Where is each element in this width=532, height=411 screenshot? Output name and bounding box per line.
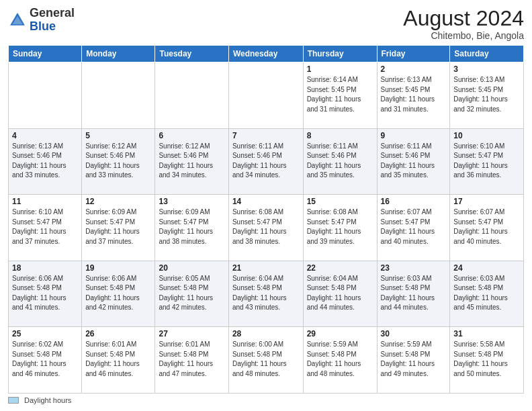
- day-info: Sunrise: 6:00 AM Sunset: 5:48 PM Dayligh…: [232, 340, 300, 379]
- table-cell: 15Sunrise: 6:08 AM Sunset: 5:47 PM Dayli…: [303, 195, 377, 261]
- table-cell: 16Sunrise: 6:07 AM Sunset: 5:47 PM Dayli…: [377, 195, 450, 261]
- month-year: August 2024: [403, 7, 524, 30]
- week-row-1: 4Sunrise: 6:13 AM Sunset: 5:46 PM Daylig…: [9, 128, 524, 195]
- table-cell: 19Sunrise: 6:06 AM Sunset: 5:48 PM Dayli…: [82, 261, 155, 327]
- day-number: 27: [159, 329, 224, 338]
- day-number: 5: [85, 131, 151, 140]
- day-info: Sunrise: 6:09 AM Sunset: 5:47 PM Dayligh…: [159, 208, 224, 246]
- day-number: 15: [307, 197, 373, 206]
- logo: General Blue: [8, 7, 75, 34]
- day-number: 16: [381, 197, 447, 206]
- day-number: 23: [381, 263, 447, 273]
- table-cell: 20Sunrise: 6:05 AM Sunset: 5:48 PM Dayli…: [155, 261, 228, 327]
- day-info: Sunrise: 6:12 AM Sunset: 5:46 PM Dayligh…: [85, 142, 151, 181]
- day-info: Sunrise: 5:59 AM Sunset: 5:48 PM Dayligh…: [307, 340, 373, 379]
- table-cell: 5Sunrise: 6:12 AM Sunset: 5:46 PM Daylig…: [82, 128, 155, 195]
- day-info: Sunrise: 5:58 AM Sunset: 5:48 PM Dayligh…: [453, 340, 520, 379]
- day-number: 25: [12, 329, 78, 338]
- day-number: 20: [159, 263, 224, 273]
- table-cell: 22Sunrise: 6:04 AM Sunset: 5:48 PM Dayli…: [303, 261, 377, 327]
- day-info: Sunrise: 6:04 AM Sunset: 5:48 PM Dayligh…: [232, 274, 300, 313]
- day-number: 7: [232, 131, 300, 140]
- day-number: 24: [453, 263, 520, 273]
- table-cell: 23Sunrise: 6:03 AM Sunset: 5:48 PM Dayli…: [377, 261, 450, 327]
- logo-icon: [8, 11, 27, 30]
- location: Chitembo, Bie, Angola: [403, 30, 524, 41]
- day-info: Sunrise: 6:06 AM Sunset: 5:48 PM Dayligh…: [85, 274, 151, 313]
- table-cell: [155, 62, 228, 129]
- table-cell: [9, 62, 82, 129]
- day-number: 28: [232, 329, 300, 338]
- table-cell: 7Sunrise: 6:11 AM Sunset: 5:46 PM Daylig…: [228, 128, 303, 195]
- week-row-4: 25Sunrise: 6:02 AM Sunset: 5:48 PM Dayli…: [9, 327, 524, 394]
- header: General Blue August 2024 Chitembo, Bie, …: [8, 7, 524, 41]
- day-number: 11: [12, 197, 78, 206]
- table-cell: 3Sunrise: 6:13 AM Sunset: 5:45 PM Daylig…: [450, 62, 524, 129]
- day-number: 4: [12, 131, 78, 140]
- day-info: Sunrise: 6:07 AM Sunset: 5:47 PM Dayligh…: [381, 208, 447, 246]
- table-cell: 25Sunrise: 6:02 AM Sunset: 5:48 PM Dayli…: [9, 327, 82, 394]
- table-cell: 29Sunrise: 5:59 AM Sunset: 5:48 PM Dayli…: [303, 327, 377, 394]
- day-info: Sunrise: 6:07 AM Sunset: 5:47 PM Dayligh…: [453, 208, 520, 246]
- day-number: 31: [453, 329, 520, 338]
- day-number: 8: [307, 131, 373, 140]
- table-cell: 12Sunrise: 6:09 AM Sunset: 5:47 PM Dayli…: [82, 195, 155, 261]
- col-wednesday: Wednesday: [228, 46, 303, 62]
- day-number: 13: [159, 197, 224, 206]
- table-cell: 27Sunrise: 6:01 AM Sunset: 5:48 PM Dayli…: [155, 327, 228, 394]
- day-info: Sunrise: 6:09 AM Sunset: 5:47 PM Dayligh…: [85, 208, 151, 246]
- day-info: Sunrise: 6:13 AM Sunset: 5:45 PM Dayligh…: [381, 75, 447, 114]
- table-cell: 17Sunrise: 6:07 AM Sunset: 5:47 PM Dayli…: [450, 195, 524, 261]
- col-thursday: Thursday: [303, 46, 377, 62]
- day-number: 17: [453, 197, 520, 206]
- table-cell: 18Sunrise: 6:06 AM Sunset: 5:48 PM Dayli…: [9, 261, 82, 327]
- day-number: 14: [232, 197, 300, 206]
- col-sunday: Sunday: [9, 46, 82, 62]
- day-info: Sunrise: 6:04 AM Sunset: 5:48 PM Dayligh…: [307, 274, 373, 313]
- day-number: 30: [381, 329, 447, 338]
- day-number: 10: [453, 131, 520, 140]
- daylight-swatch: [8, 397, 19, 404]
- table-cell: 14Sunrise: 6:08 AM Sunset: 5:47 PM Dayli…: [228, 195, 303, 261]
- table-cell: 6Sunrise: 6:12 AM Sunset: 5:46 PM Daylig…: [155, 128, 228, 195]
- table-cell: 30Sunrise: 5:59 AM Sunset: 5:48 PM Dayli…: [377, 327, 450, 394]
- day-info: Sunrise: 6:11 AM Sunset: 5:46 PM Dayligh…: [232, 142, 300, 181]
- day-info: Sunrise: 6:03 AM Sunset: 5:48 PM Dayligh…: [381, 274, 447, 313]
- day-info: Sunrise: 6:08 AM Sunset: 5:47 PM Dayligh…: [232, 208, 300, 246]
- day-info: Sunrise: 6:05 AM Sunset: 5:48 PM Dayligh…: [159, 274, 224, 313]
- logo-blue-text: Blue: [30, 19, 56, 33]
- table-cell: 13Sunrise: 6:09 AM Sunset: 5:47 PM Dayli…: [155, 195, 228, 261]
- day-info: Sunrise: 6:13 AM Sunset: 5:46 PM Dayligh…: [12, 142, 78, 181]
- day-number: 6: [159, 131, 224, 140]
- col-tuesday: Tuesday: [155, 46, 228, 62]
- week-row-0: 1Sunrise: 6:14 AM Sunset: 5:45 PM Daylig…: [9, 62, 524, 129]
- day-number: 12: [85, 197, 151, 206]
- day-number: 9: [381, 131, 447, 140]
- table-cell: 26Sunrise: 6:01 AM Sunset: 5:48 PM Dayli…: [82, 327, 155, 394]
- table-cell: 8Sunrise: 6:11 AM Sunset: 5:46 PM Daylig…: [303, 128, 377, 195]
- day-number: 22: [307, 263, 373, 273]
- col-friday: Friday: [377, 46, 450, 62]
- day-info: Sunrise: 6:10 AM Sunset: 5:47 PM Dayligh…: [12, 208, 78, 246]
- day-info: Sunrise: 6:02 AM Sunset: 5:48 PM Dayligh…: [12, 340, 78, 379]
- table-cell: 24Sunrise: 6:03 AM Sunset: 5:48 PM Dayli…: [450, 261, 524, 327]
- table-cell: 4Sunrise: 6:13 AM Sunset: 5:46 PM Daylig…: [9, 128, 82, 195]
- table-cell: [228, 62, 303, 129]
- week-row-2: 11Sunrise: 6:10 AM Sunset: 5:47 PM Dayli…: [9, 195, 524, 261]
- day-number: 19: [85, 263, 151, 273]
- day-info: Sunrise: 6:14 AM Sunset: 5:45 PM Dayligh…: [307, 75, 373, 114]
- table-cell: 10Sunrise: 6:10 AM Sunset: 5:47 PM Dayli…: [450, 128, 524, 195]
- day-info: Sunrise: 6:06 AM Sunset: 5:48 PM Dayligh…: [12, 274, 78, 313]
- table-cell: 1Sunrise: 6:14 AM Sunset: 5:45 PM Daylig…: [303, 62, 377, 129]
- page: General Blue August 2024 Chitembo, Bie, …: [0, 0, 532, 411]
- logo-general-text: General: [30, 6, 75, 19]
- title-block: August 2024 Chitembo, Bie, Angola: [403, 7, 524, 41]
- table-cell: 28Sunrise: 6:00 AM Sunset: 5:48 PM Dayli…: [228, 327, 303, 394]
- day-info: Sunrise: 6:11 AM Sunset: 5:46 PM Dayligh…: [307, 142, 373, 181]
- day-info: Sunrise: 6:10 AM Sunset: 5:47 PM Dayligh…: [453, 142, 520, 181]
- table-cell: 2Sunrise: 6:13 AM Sunset: 5:45 PM Daylig…: [377, 62, 450, 129]
- col-saturday: Saturday: [450, 46, 524, 62]
- day-info: Sunrise: 6:11 AM Sunset: 5:46 PM Dayligh…: [381, 142, 447, 181]
- table-cell: [82, 62, 155, 129]
- day-number: 3: [453, 64, 520, 74]
